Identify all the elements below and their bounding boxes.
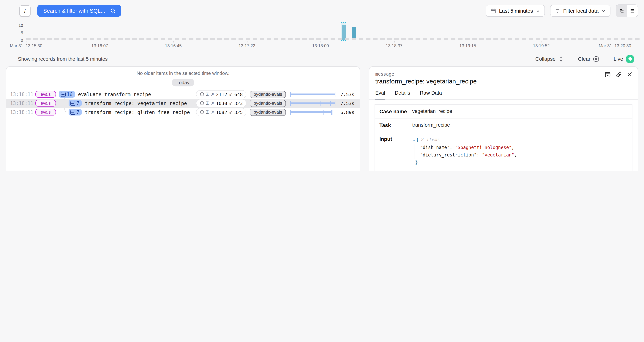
output-arrow-icon: ↙ <box>229 110 232 114</box>
close-panel-button[interactable] <box>627 72 632 78</box>
input-arrow-icon: ↗ <box>210 110 214 114</box>
tab-details[interactable]: Details <box>395 90 410 100</box>
empty-bucket-dashes <box>26 38 641 40</box>
record-kind-label: message <box>375 72 632 77</box>
close-icon <box>627 72 632 78</box>
x-tick-mark <box>26 40 26 42</box>
coin-icon <box>200 110 204 114</box>
search-button[interactable]: Search & filter with SQL... <box>37 5 121 17</box>
collapse-button[interactable]: Collapse <box>533 56 566 62</box>
time-range-label: Last 5 minutes <box>499 8 533 14</box>
time-range-dropdown[interactable]: Last 5 minutes <box>486 5 545 17</box>
trace-name: evaluate transform_recipe <box>78 92 151 97</box>
trace-rows: 13:18:11 evals 16 evaluate transform_rec… <box>6 90 360 116</box>
trace-row[interactable]: 13:18:11 evals 16 evaluate transform_rec… <box>6 90 360 99</box>
tab-raw-data[interactable]: Raw Data <box>420 90 442 100</box>
top-bar: / Search & filter with SQL... Last 5 min… <box>20 4 638 17</box>
output-arrow-icon: ↙ <box>229 92 232 97</box>
x-tick-label: 13:16:45 <box>165 44 182 48</box>
coin-icon <box>200 92 204 96</box>
view-mode-toggle <box>616 4 638 17</box>
output-token-count: 325 <box>234 109 242 115</box>
trace-list-panel: No older items in the selected time wind… <box>6 66 360 171</box>
list-view-toggle-button[interactable] <box>627 5 638 17</box>
trace-name: transform_recipe: vegetarian_recipe <box>85 100 187 106</box>
trace-row[interactable]: 13:18:11 evals 7 transform_recipe: veget… <box>6 99 360 108</box>
copy-link-button[interactable] <box>616 72 622 78</box>
detail-header: message transform_recipe: vegetarian_rec… <box>369 67 638 85</box>
calendar-icon <box>490 8 496 14</box>
input-json-field: "dietary_restriction": "vegetarian", <box>420 151 628 159</box>
token-usage-chip: Σ ↗1030 ↙323 <box>196 99 246 107</box>
x-tick-label: 13:18:00 <box>312 44 329 48</box>
app-root: / Search & filter with SQL... Last 5 min… <box>0 0 644 171</box>
duration-text: 6.89s <box>335 109 354 115</box>
duration-bar <box>290 92 335 97</box>
input-json-fields: "dish_name": "Spaghetti Bolognese", "die… <box>414 144 628 159</box>
collapse-chevron-icon[interactable]: ⌄ <box>412 138 415 142</box>
y-tick-label: 5 <box>21 30 23 35</box>
input-row: Input ⌄{2 items "dish_name": "Spaghetti … <box>375 132 632 170</box>
x-tick-mark <box>394 40 394 42</box>
duration-text: 7.53s <box>335 100 354 106</box>
evals-tag-badge[interactable]: evals <box>36 100 56 106</box>
expander-icon[interactable] <box>61 92 66 97</box>
main-area: No older items in the selected time wind… <box>6 66 638 171</box>
showing-records-text: Showing records from the last 5 minutes <box>18 56 108 62</box>
x-tick-label: 13:19:15 <box>459 44 476 48</box>
span-count-badge[interactable]: 16 <box>59 91 75 98</box>
clear-circle-x-icon <box>593 56 600 62</box>
save-view-button[interactable] <box>604 72 611 78</box>
status-bar-actions: Collapse Clear Live <box>533 54 636 64</box>
tree-view-toggle-button[interactable] <box>616 5 627 17</box>
case-name-row: Case name vegetarian_recipe <box>375 105 632 118</box>
live-toggle[interactable]: Live <box>612 54 636 64</box>
date-pill: Today <box>172 78 194 86</box>
token-usage-chip: Σ ↗1082 ↙325 <box>196 108 246 116</box>
input-token-count: 2112 <box>216 92 227 97</box>
output-token-count: 323 <box>234 100 242 106</box>
output-arrow-icon: ↙ <box>229 101 232 106</box>
list-view-icon <box>630 8 635 14</box>
detail-body: Case name vegetarian_recipe Task transfo… <box>369 100 638 171</box>
span-count-badge[interactable]: 7 <box>68 100 82 106</box>
token-usage-chip: Σ ↗2112 ↙648 <box>196 90 246 98</box>
output-row: Output ⌄{2 items ›"ingredients": [...]12… <box>375 170 632 171</box>
status-bar: Showing records from the last 5 minutes … <box>18 54 636 63</box>
trace-row[interactable]: 13:18:11 evals 7 transform_recipe: glute… <box>6 108 360 116</box>
input-json-field: "dish_name": "Spaghetti Bolognese", <box>420 144 628 151</box>
task-value: transform_recipe <box>412 122 628 128</box>
package-badge: pydantic-evals <box>250 108 286 116</box>
input-arrow-icon: ↗ <box>210 101 214 106</box>
expander-icon[interactable] <box>70 101 75 106</box>
span-count-badge[interactable]: 7 <box>68 109 82 116</box>
expander-icon[interactable] <box>70 110 75 114</box>
search-button-label: Search & filter with SQL... <box>43 8 105 14</box>
y-tick-label: 0 <box>21 38 23 42</box>
timeline-histogram: 0510 Mar 31. 13:15:3013:16:0713:16:4513:… <box>0 22 644 52</box>
evals-tag-badge[interactable]: evals <box>36 91 56 98</box>
span-count: 7 <box>76 109 80 115</box>
duration-bar <box>290 100 335 106</box>
trace-time: 13:18:11 <box>10 109 33 115</box>
tab-eval[interactable]: Eval <box>375 90 385 100</box>
x-tick-mark <box>100 40 100 42</box>
chart-plot-area <box>26 25 615 40</box>
x-tick-label: 13:17:22 <box>238 44 255 48</box>
evals-tag-badge[interactable]: evals <box>36 109 56 116</box>
case-name-value: vegetarian_recipe <box>412 108 628 114</box>
live-indicator-icon <box>626 54 634 63</box>
output-token-count: 648 <box>234 92 242 97</box>
span-count: 16 <box>67 92 72 97</box>
filter-label: Filter local data <box>563 8 598 14</box>
collapse-button-label: Collapse <box>535 56 556 62</box>
x-tick-mark <box>173 40 174 42</box>
detail-tabs: EvalDetailsRaw Data <box>369 90 638 100</box>
task-row: Task transform_recipe <box>375 118 632 132</box>
live-toggle-label: Live <box>614 56 623 62</box>
no-older-items-notice: No older items in the selected time wind… <box>6 70 360 76</box>
clear-button[interactable]: Clear <box>576 55 602 62</box>
case-name-label: Case name <box>380 108 412 114</box>
x-tick-label: 13:16:07 <box>91 44 108 48</box>
filter-local-data-dropdown[interactable]: Filter local data <box>550 5 610 17</box>
